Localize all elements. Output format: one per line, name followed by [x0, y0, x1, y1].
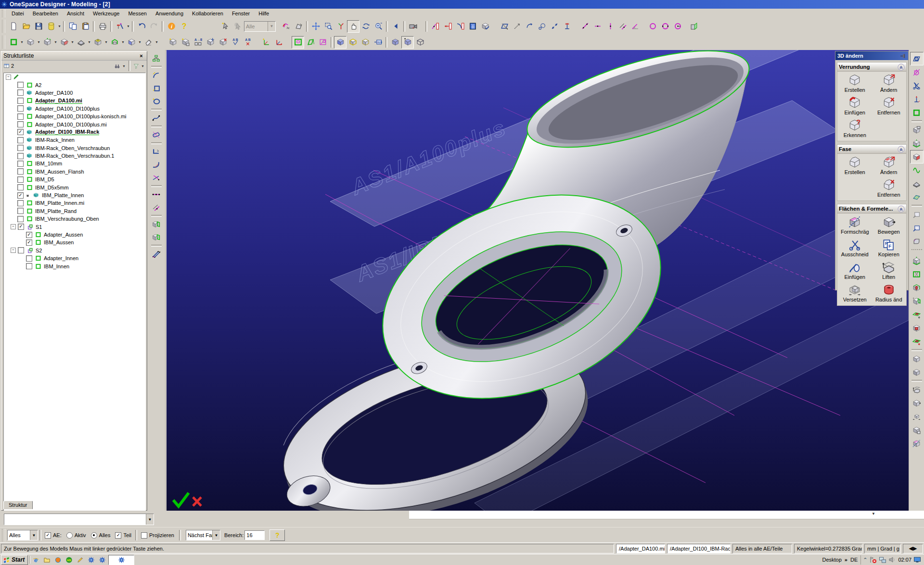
lift-on-plane-button[interactable] [910, 254, 924, 267]
menu-kollaborieren[interactable]: Kollaborieren [188, 10, 228, 17]
offline-status-icon[interactable] [869, 556, 877, 564]
select-new-button[interactable] [219, 20, 231, 33]
measure-arc-button[interactable] [454, 20, 466, 33]
open-file-button[interactable] [20, 20, 32, 33]
options-grip[interactable] [2, 529, 5, 541]
slot-profile-button[interactable] [150, 128, 163, 141]
tree-item-checkbox[interactable] [17, 82, 24, 88]
workplane-tool-button[interactable] [41, 36, 53, 49]
rotate-circle-button[interactable] [536, 20, 548, 33]
menu-werkzeuge[interactable]: Werkzeuge [89, 10, 124, 17]
language-indicator[interactable]: DE [850, 557, 858, 563]
rotate-sketch-button[interactable] [523, 20, 536, 33]
tree-item[interactable]: Adapter_DA100 [4, 89, 145, 97]
tree-item[interactable]: IBM-Rack_Oben_Verschraubun.1 [4, 152, 145, 160]
palette-button-entfernen[interactable]: Entfernen [872, 178, 906, 199]
palette-button-einfügen[interactable]: Einfügen [838, 96, 872, 116]
tree-item-checkbox[interactable] [17, 208, 24, 214]
previous-view-button[interactable] [389, 20, 402, 33]
display-icon[interactable] [913, 556, 921, 564]
tree-item-checkbox[interactable] [17, 145, 24, 151]
volume-icon[interactable] [888, 556, 896, 564]
dropdown-arrow-icon[interactable]: ▾ [20, 40, 24, 44]
copy-a-to-b-button[interactable]: A→B [192, 36, 204, 49]
palette-button-erkennen[interactable]: ?Erkennen [838, 118, 872, 139]
shaded-mode-button[interactable] [334, 36, 346, 49]
position-part-button[interactable] [204, 36, 217, 49]
tray-collapse-icon[interactable]: ⌃ [863, 557, 867, 563]
tree-item-checkbox[interactable] [26, 255, 32, 262]
quicklaunch-onespace-designer-icon[interactable] [87, 555, 96, 565]
parallel-line-button[interactable] [150, 201, 163, 214]
palette-button-radiusänd[interactable]: Radius änd [872, 283, 906, 303]
info-button[interactable]: i [165, 20, 178, 33]
toolbar-grip[interactable] [911, 249, 922, 253]
palette-button-versetzen[interactable]: Versetzen [838, 283, 872, 303]
undo-button[interactable] [135, 20, 148, 33]
catch-magnet-button[interactable] [280, 20, 292, 33]
quicklaunch-onespace-modeling-icon[interactable] [98, 555, 107, 565]
structure-panel-titlebar[interactable]: Strukturliste × [1, 51, 147, 61]
quicklaunch-internet-explorer-icon[interactable]: e [31, 555, 40, 565]
menu-anwendung[interactable]: Anwendung [151, 10, 188, 17]
bool-intersect-button[interactable] [910, 321, 924, 335]
quicklaunch-hs-app-icon[interactable]: HS [64, 555, 74, 565]
bereich-input[interactable]: 16 [244, 530, 265, 540]
projizieren-checkbox[interactable] [141, 532, 147, 539]
freeform-surface-button[interactable] [910, 163, 924, 177]
copy-solid-button[interactable] [910, 423, 924, 437]
modify-part-tool-button[interactable] [125, 36, 138, 49]
menu-bearbeiten[interactable]: Bearbeiten [28, 10, 63, 17]
wireframe-mode-button[interactable] [414, 36, 426, 49]
dropdown-arrow-icon[interactable]: ▾ [138, 40, 142, 44]
select-previous-button[interactable] [231, 20, 244, 33]
bool-union-button[interactable] [910, 335, 924, 348]
spline-button[interactable] [150, 112, 163, 125]
move-face-button[interactable] [910, 396, 924, 410]
catch-face-button[interactable] [292, 20, 305, 33]
tree-item[interactable]: IBM_D5x5mm [4, 183, 145, 191]
chamfer-3d-button[interactable] [910, 177, 924, 190]
project-from-workplane-button[interactable] [150, 231, 163, 244]
solid-a-button[interactable] [910, 352, 924, 365]
tree-item[interactable]: ✓Adapter_Aussen [4, 231, 145, 239]
tree-item-checkbox[interactable] [17, 137, 24, 143]
tab-struktur[interactable]: Struktur [3, 501, 33, 509]
face-tool-button[interactable] [91, 36, 104, 49]
help-button[interactable]: ? [178, 20, 190, 33]
line-middle-button[interactable] [591, 20, 604, 33]
zoom-selection-button[interactable] [910, 221, 924, 235]
zoom-window-button[interactable] [322, 20, 334, 33]
tree-item-checkbox[interactable]: ✓ [17, 129, 24, 135]
tree-item[interactable]: −S2 [4, 247, 145, 254]
palette-section-header[interactable]: Flächen & Formele... [837, 204, 906, 213]
redo-button[interactable] [148, 20, 160, 33]
menu-hilfe[interactable]: Hilfe [254, 10, 273, 17]
collapse-chevron-icon[interactable] [898, 205, 905, 213]
measure-distance-button[interactable] [429, 20, 441, 33]
tree-item-checkbox[interactable] [17, 184, 24, 190]
workplane-circle-button[interactable] [910, 52, 924, 65]
clamp-tool-button[interactable] [108, 36, 121, 49]
dropdown-arrow-icon[interactable]: ▾ [37, 40, 41, 44]
corner-2d-button[interactable] [150, 145, 163, 158]
tree-item[interactable]: IBM-Rack_Innen [4, 136, 145, 144]
tree-item-checkbox[interactable] [17, 121, 24, 127]
selection-scope-combo-arrow-icon[interactable]: ▼ [268, 22, 275, 31]
tree-root-row[interactable]: − [4, 73, 145, 81]
ae-checkbox[interactable]: ✓ [45, 532, 51, 539]
palette-button-formschräg[interactable]: Formschräg [838, 215, 872, 236]
stamp-plane-button[interactable] [910, 308, 924, 321]
pull-tool-button[interactable] [58, 36, 70, 49]
copy-button[interactable] [66, 20, 79, 33]
tree-item[interactable]: Adapter_Innen [4, 254, 145, 262]
dropdown-arrow-icon[interactable]: ▾ [87, 40, 91, 44]
toolbar2-grip[interactable] [2, 36, 5, 48]
collapse-chevron-icon[interactable] [898, 63, 905, 71]
tree-item[interactable]: Adapter_DA100_DI100plus-konisch.mi [4, 113, 145, 120]
tree-item-checkbox[interactable] [18, 247, 24, 253]
arc-tangent-button[interactable] [150, 69, 163, 82]
rotate-view-button[interactable] [359, 20, 372, 33]
tree-item-checkbox[interactable] [17, 89, 24, 96]
curve-scissors-button[interactable] [910, 79, 924, 92]
